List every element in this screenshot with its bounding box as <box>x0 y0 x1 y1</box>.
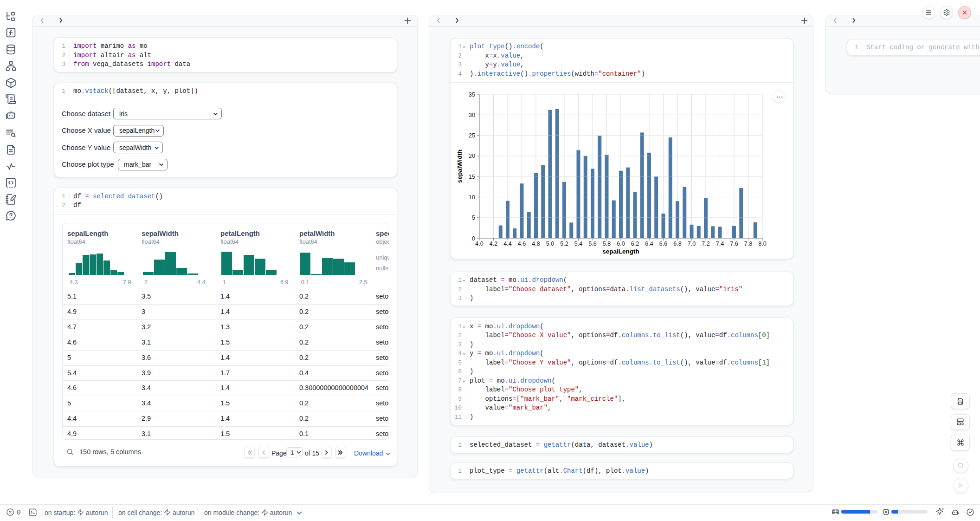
svg-text:4.0: 4.0 <box>475 241 483 247</box>
svg-text:7.8: 7.8 <box>744 241 752 247</box>
svg-text:sepalLength: sepalLength <box>602 248 639 255</box>
svg-text:6.2: 6.2 <box>631 241 639 247</box>
svg-text:20: 20 <box>469 153 475 159</box>
svg-text:25: 25 <box>469 132 475 139</box>
svg-text:8.0: 8.0 <box>758 241 766 247</box>
svg-text:7.4: 7.4 <box>716 241 724 247</box>
svg-text:7.6: 7.6 <box>730 241 738 247</box>
svg-text:sepalWidth: sepalWidth <box>456 150 463 183</box>
svg-text:4.8: 4.8 <box>532 241 540 247</box>
svg-text:15: 15 <box>469 174 475 180</box>
svg-text:6.0: 6.0 <box>617 241 625 247</box>
svg-text:5.6: 5.6 <box>588 241 596 247</box>
svg-text:7.2: 7.2 <box>702 241 709 247</box>
svg-text:6.6: 6.6 <box>659 241 667 247</box>
svg-text:35: 35 <box>469 91 475 98</box>
svg-text:4.2: 4.2 <box>490 241 497 247</box>
svg-text:7.0: 7.0 <box>688 241 696 247</box>
svg-text:5.4: 5.4 <box>574 241 582 247</box>
svg-text:4.6: 4.6 <box>518 241 526 247</box>
svg-text:5: 5 <box>472 215 475 221</box>
svg-text:5.8: 5.8 <box>603 241 611 247</box>
svg-text:4.4: 4.4 <box>503 241 511 247</box>
svg-text:6.8: 6.8 <box>673 241 681 247</box>
svg-text:30: 30 <box>469 112 475 118</box>
svg-text:0: 0 <box>472 235 475 242</box>
svg-text:5.0: 5.0 <box>546 241 554 247</box>
svg-text:6.4: 6.4 <box>645 241 653 247</box>
svg-text:10: 10 <box>469 194 475 201</box>
svg-text:5.2: 5.2 <box>560 241 568 247</box>
